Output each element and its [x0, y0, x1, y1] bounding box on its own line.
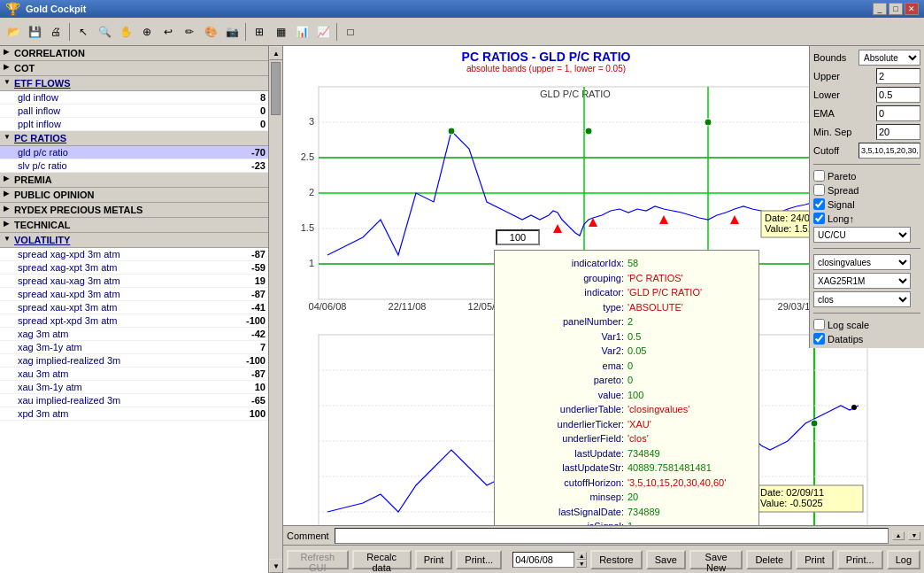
- list-item-pall-inflow[interactable]: pall inflow 0: [0, 105, 269, 118]
- save-new-button[interactable]: Save New: [689, 550, 743, 569]
- zoom-in-button[interactable]: ⊕: [137, 22, 157, 42]
- delete-button[interactable]: Delete: [746, 550, 792, 569]
- undo-button[interactable]: ↩: [158, 22, 178, 42]
- tooltip-popup: indicatorIdx:58grouping:'PC RATIOS'indic…: [494, 250, 759, 525]
- lower-input[interactable]: [876, 87, 920, 103]
- list-item-gld-inflow[interactable]: gld inflow 8: [0, 91, 269, 105]
- section-cot[interactable]: COT: [0, 61, 269, 76]
- datatips-checkbox[interactable]: [813, 333, 825, 345]
- log-button[interactable]: Log: [887, 550, 920, 569]
- svg-point-52: [851, 405, 857, 410]
- maximize-button[interactable]: □: [889, 3, 903, 15]
- date-down-button[interactable]: ▼: [576, 560, 587, 568]
- cutoff-input[interactable]: [859, 143, 920, 159]
- tooltip-row: minsep:20: [504, 490, 750, 505]
- date-up-button[interactable]: ▲: [576, 552, 587, 560]
- long-checkbox[interactable]: [813, 213, 825, 224]
- separator-1: [69, 23, 70, 41]
- signal-checkbox[interactable]: [813, 198, 825, 210]
- hand-button[interactable]: ✋: [116, 22, 135, 42]
- datasource3-select[interactable]: clos: [813, 291, 911, 307]
- date-area: ▲ ▼: [512, 552, 587, 568]
- list-item-vol-7[interactable]: xag 3m-1y atm 7: [0, 341, 269, 354]
- upper-label: Upper: [813, 71, 840, 81]
- print-left-button[interactable]: Print: [415, 550, 453, 569]
- close-button[interactable]: ✕: [905, 3, 919, 15]
- list-item-slv-pc[interactable]: slv p/c ratio -23: [0, 159, 269, 173]
- comment-scroll-up[interactable]: ▲: [892, 531, 905, 540]
- list-item-vol-11[interactable]: xau implied-realized 3m -65: [0, 394, 269, 407]
- list-item-vol-5[interactable]: spread xpt-xpd 3m atm -100: [0, 314, 269, 328]
- log-scale-checkbox[interactable]: [813, 319, 825, 330]
- print-dots-right-button[interactable]: Print...: [837, 550, 883, 569]
- scroll-up-button[interactable]: ▲: [269, 46, 283, 60]
- section-public-opinion[interactable]: PUBLIC OPINION: [0, 188, 269, 203]
- datasource1-select[interactable]: closingvalues: [813, 254, 911, 270]
- list-item-vol-8[interactable]: xag implied-realized 3m -100: [0, 354, 269, 368]
- value-input[interactable]: [496, 229, 540, 245]
- section-pc-ratios[interactable]: PC RATIOS: [0, 131, 269, 146]
- upper-row: Upper: [813, 68, 920, 84]
- date-input[interactable]: [512, 552, 574, 568]
- list-item-vol-3[interactable]: spread xau-xpd 3m atm -87: [0, 288, 269, 301]
- section-technical[interactable]: TECHNICAL: [0, 218, 269, 233]
- chart-area: PC RATIOS - GLD P/C RATIO absolute bands…: [283, 46, 924, 525]
- section-correlation[interactable]: CORRELATION: [0, 46, 269, 61]
- list-item-pplt-inflow[interactable]: pplt inflow 0: [0, 118, 269, 131]
- svg-text:1: 1: [309, 258, 314, 268]
- scroll-down-button[interactable]: ▼: [269, 559, 283, 573]
- comment-input[interactable]: [335, 528, 889, 544]
- etf-flows-items: gld inflow 8 pall inflow 0 pplt inflow 0: [0, 91, 269, 131]
- spread-checkbox[interactable]: [813, 184, 825, 196]
- save-button[interactable]: 💾: [25, 22, 44, 42]
- chart-line-button[interactable]: 📈: [313, 22, 333, 42]
- ema-input[interactable]: [876, 105, 920, 121]
- section-volatility[interactable]: VOLATILITY: [0, 233, 269, 248]
- open-button[interactable]: 📂: [4, 22, 23, 42]
- svg-text:2.5: 2.5: [301, 151, 314, 162]
- pareto-checkbox[interactable]: [813, 170, 825, 182]
- list-item-vol-0[interactable]: spread xag-xpd 3m atm -87: [0, 248, 269, 261]
- chart-bar-button[interactable]: 📊: [292, 22, 312, 42]
- section-etf-flows[interactable]: ETF FLOWS: [0, 76, 269, 91]
- uc-cu-select[interactable]: UC/CU: [813, 227, 911, 243]
- save-bottom-button[interactable]: Save: [646, 550, 686, 569]
- upper-input[interactable]: [876, 68, 920, 84]
- comment-scroll-down[interactable]: ▼: [908, 531, 920, 540]
- window-controls: _ □ ✕: [873, 3, 919, 15]
- tooltip-row: Var1:0.5: [504, 329, 750, 345]
- scroll-thumb[interactable]: [271, 62, 281, 115]
- table-button[interactable]: ⊞: [250, 22, 269, 42]
- section-rydex[interactable]: RYDEX PRECIOUS METALS: [0, 203, 269, 218]
- refresh-gui-button[interactable]: Refresh GUI: [287, 550, 349, 569]
- print-button[interactable]: 🖨: [46, 22, 65, 42]
- minimize-button[interactable]: _: [873, 3, 887, 15]
- list-item-vol-4[interactable]: spread xau-xpt 3m atm -41: [0, 301, 269, 314]
- list-item-vol-10[interactable]: xau 3m-1y atm 10: [0, 381, 269, 394]
- recalc-button[interactable]: Recalc data: [352, 550, 412, 569]
- list-item-vol-1[interactable]: spread xag-xpt 3m atm -59: [0, 261, 269, 275]
- list-item-vol-6[interactable]: xag 3m atm -42: [0, 328, 269, 341]
- list-item-vol-12[interactable]: xpd 3m atm 100: [0, 407, 269, 421]
- list-item-vol-9[interactable]: xau 3m atm -87: [0, 368, 269, 381]
- left-panel-scrollbar[interactable]: ▲ ▼: [268, 46, 282, 573]
- section-premia[interactable]: PREMIA: [0, 173, 269, 188]
- grid-button[interactable]: ▦: [271, 22, 290, 42]
- minsep-input[interactable]: [876, 124, 920, 140]
- datasource2-select[interactable]: XAG25R1M: [813, 273, 911, 289]
- bounds-select[interactable]: Absolute Relative: [859, 50, 920, 66]
- square-button[interactable]: □: [341, 22, 360, 42]
- list-item-vol-2[interactable]: spread xau-xag 3m atm 19: [0, 275, 269, 288]
- print-dots-left-button[interactable]: Print...: [456, 550, 502, 569]
- paint-button[interactable]: 🎨: [201, 22, 220, 42]
- chart-title-area: PC RATIOS - GLD P/C RATIO absolute bands…: [283, 46, 809, 74]
- print-right-button[interactable]: Print: [796, 550, 834, 569]
- magnify-button[interactable]: 🔍: [95, 22, 114, 42]
- camera-button[interactable]: 📷: [222, 22, 242, 42]
- tooltip-row: underlierTable:'closingvalues': [504, 402, 750, 417]
- restore-button[interactable]: Restore: [590, 550, 643, 569]
- cursor-button[interactable]: ↖: [73, 22, 93, 42]
- svg-text:22/11/08: 22/11/08: [389, 301, 427, 312]
- list-item-gld-pc[interactable]: gld p/c ratio -70: [0, 146, 269, 159]
- pencil-button[interactable]: ✏: [180, 22, 199, 42]
